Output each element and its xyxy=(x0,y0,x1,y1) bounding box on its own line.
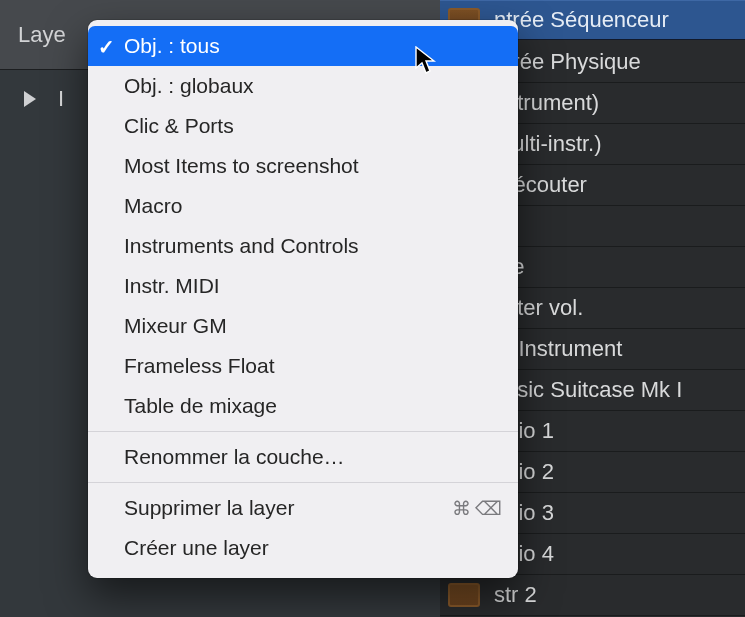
menu-item[interactable]: Créer une layer xyxy=(88,528,518,568)
menu-item-label: Most Items to screenshot xyxy=(124,154,359,178)
menu-item-label: Clic & Ports xyxy=(124,114,234,138)
menu-item-label: Instruments and Controls xyxy=(124,234,359,258)
menu-item[interactable]: ✓Obj. : tous xyxy=(88,26,518,66)
right-header-label: ntrée Séquenceur xyxy=(494,7,669,33)
menu-item-label: Obj. : tous xyxy=(124,34,220,58)
menu-separator xyxy=(88,431,518,432)
menu-item[interactable]: Renommer la couche… xyxy=(88,437,518,477)
layer-dropdown-label: Laye xyxy=(18,22,66,48)
list-item[interactable]: str 2 xyxy=(440,575,745,616)
menu-item-label: Supprimer la layer xyxy=(124,496,294,520)
menu-item[interactable]: Instruments and Controls xyxy=(88,226,518,266)
menu-item[interactable]: Macro xyxy=(88,186,518,226)
menu-item[interactable]: Clic & Ports xyxy=(88,106,518,146)
menu-item[interactable]: Table de mixage xyxy=(88,386,518,426)
menu-shortcut: ⌘⌫ xyxy=(452,497,502,520)
menu-item[interactable]: Mixeur GM xyxy=(88,306,518,346)
menu-item-label: Créer une layer xyxy=(124,536,269,560)
menu-item-label: Instr. MIDI xyxy=(124,274,220,298)
menu-item[interactable]: Obj. : globaux xyxy=(88,66,518,106)
menu-item-label: Obj. : globaux xyxy=(124,74,254,98)
checkmark-icon: ✓ xyxy=(98,35,115,59)
menu-separator xyxy=(88,482,518,483)
menu-item-label: Table de mixage xyxy=(124,394,277,418)
menu-item[interactable]: Supprimer la layer⌘⌫ xyxy=(88,488,518,528)
menu-item-label: Frameless Float xyxy=(124,354,275,378)
menu-item-label: Renommer la couche… xyxy=(124,445,345,469)
tree-row-label: I xyxy=(58,86,64,112)
command-key-icon: ⌘ xyxy=(452,497,471,520)
delete-key-icon: ⌫ xyxy=(475,497,502,520)
disclosure-arrow-icon[interactable] xyxy=(24,91,36,107)
menu-item-label: Mixeur GM xyxy=(124,314,227,338)
menu-item[interactable]: Frameless Float xyxy=(88,346,518,386)
layer-context-menu[interactable]: ✓Obj. : tousObj. : globauxClic & PortsMo… xyxy=(88,20,518,578)
menu-item[interactable]: Instr. MIDI xyxy=(88,266,518,306)
list-item-label: str 2 xyxy=(494,582,537,608)
menu-item-label: Macro xyxy=(124,194,182,218)
menu-item[interactable]: Most Items to screenshot xyxy=(88,146,518,186)
list-item-label: assic Suitcase Mk I xyxy=(494,377,682,403)
folder-icon xyxy=(448,583,480,607)
